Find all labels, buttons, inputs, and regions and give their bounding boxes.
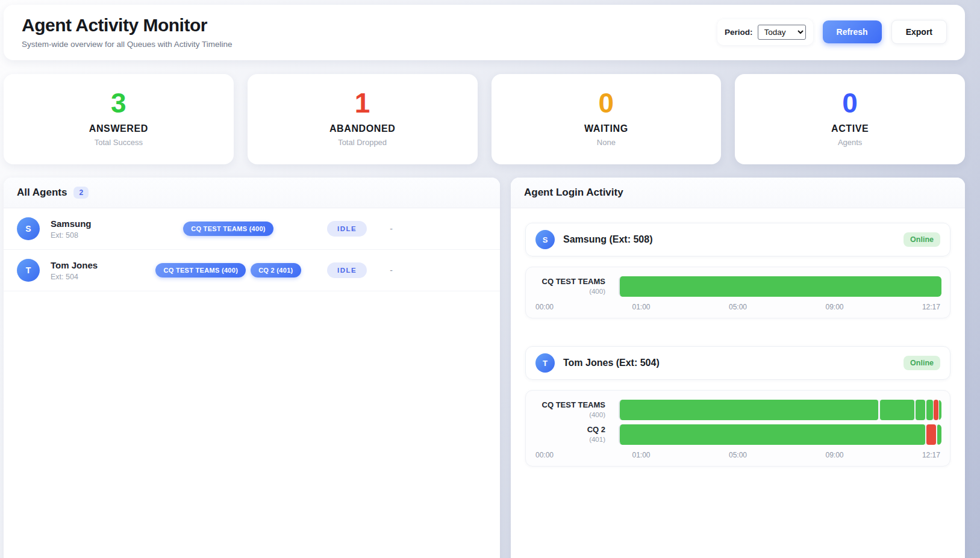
stat-sub: Agents [741, 138, 959, 147]
agent-name: Tom Jones [51, 260, 150, 270]
timeline-axis: 00:0001:0005:0009:0012:17 [534, 451, 941, 459]
stats-row: 3ANSWEREDTotal Success1ABANDONEDTotal Dr… [4, 74, 965, 164]
stat-sub: Total Dropped [254, 138, 472, 147]
axis-tick-label: 09:00 [825, 303, 843, 311]
agent-activity-section: SSamsung (Ext: 508)OnlineCQ TEST TEAMS(4… [525, 223, 950, 318]
timeline-queue-label: CQ TEST TEAMS(400) [534, 277, 613, 296]
activity-agent-card: SSamsung (Ext: 508)Online [525, 223, 950, 256]
all-agents-title: All Agents [17, 187, 67, 199]
stat-value: 1 [254, 89, 472, 117]
timeline-segment-red [926, 424, 936, 445]
timeline-segment-green [926, 400, 933, 420]
login-activity-header: Agent Login Activity [511, 178, 965, 208]
online-status-badge: Online [904, 232, 940, 247]
login-activity-title: Agent Login Activity [524, 187, 623, 199]
timeline-segment-green [620, 276, 941, 297]
agent-extra-dash: - [390, 224, 393, 234]
timeline-queue-label: CQ TEST TEAMS(400) [534, 400, 613, 420]
main-content: All Agents 2 SSamsungExt: 508CQ TEST TEA… [4, 178, 965, 558]
axis-tick-label: 12:17 [922, 303, 940, 311]
agent-row[interactable]: TTom JonesExt: 504CQ TEST TEAMS (400)CQ … [4, 250, 500, 291]
header-controls: Period: Today Refresh Export [717, 19, 947, 45]
activity-list: SSamsung (Ext: 508)OnlineCQ TEST TEAMS(4… [511, 208, 965, 481]
agent-name: Samsung [51, 219, 150, 229]
activity-agent-name: Tom Jones (Ext: 504) [563, 358, 660, 368]
stat-label: ABANDONED [254, 123, 472, 134]
activity-agent-card: TTom Jones (Ext: 504)Online [525, 346, 950, 380]
queue-badge: CQ 2 (401) [251, 263, 301, 277]
timeline-track [619, 400, 941, 420]
queue-number: (400) [534, 411, 605, 420]
axis-tick-label: 09:00 [825, 451, 843, 459]
axis-tick-label: 01:00 [632, 451, 650, 459]
timeline-row: CQ TEST TEAMS(400) [534, 276, 941, 297]
queue-number: (401) [534, 435, 605, 444]
agent-extension: Ext: 508 [51, 231, 150, 240]
header-titles: Agent Activity Monitor System-wide overv… [22, 15, 233, 49]
timeline-segment-green [620, 400, 878, 420]
stat-label: ACTIVE [741, 123, 959, 134]
timeline-axis: 00:0001:0005:0009:0012:17 [534, 303, 941, 311]
agent-identity: Tom JonesExt: 504 [51, 260, 150, 281]
agent-avatar: T [535, 353, 555, 373]
agent-avatar: S [17, 217, 40, 240]
timeline-segment-green [937, 424, 941, 445]
page-subtitle: System-wide overview for all Queues with… [22, 40, 233, 49]
timeline-segment-red [934, 400, 938, 420]
queue-badge: CQ TEST TEAMS (400) [155, 263, 246, 277]
stat-card: 0WAITINGNone [492, 74, 722, 164]
period-control: Period: Today [717, 19, 813, 45]
queue-name: CQ TEST TEAMS [534, 400, 605, 411]
stat-value: 3 [10, 89, 228, 117]
axis-tick-label: 12:17 [922, 451, 940, 459]
stat-card: 3ANSWEREDTotal Success [4, 74, 234, 164]
timeline-segment-green [880, 400, 914, 420]
stat-card: 0ACTIVEAgents [735, 74, 965, 164]
queue-badges: CQ TEST TEAMS (400) [150, 222, 307, 236]
period-label: Period: [725, 28, 753, 37]
timeline-segment-green [916, 400, 926, 420]
axis-tick-label: 00:00 [535, 451, 554, 459]
queue-number: (400) [534, 287, 605, 296]
stat-value: 0 [498, 89, 716, 117]
agent-extension: Ext: 504 [51, 273, 150, 281]
timeline-queue-label: CQ 2(401) [534, 425, 613, 444]
queue-name: CQ TEST TEAMS [534, 277, 605, 287]
stat-sub: None [498, 138, 716, 147]
timeline-segment-green [939, 400, 941, 420]
agents-list: SSamsungExt: 508CQ TEST TEAMS (400)IDLE-… [4, 208, 500, 291]
timeline-row: CQ TEST TEAMS(400) [534, 400, 941, 420]
page-title: Agent Activity Monitor [22, 15, 233, 36]
timeline-track [619, 276, 941, 297]
header-card: Agent Activity Monitor System-wide overv… [4, 5, 965, 60]
agent-activity-section: TTom Jones (Ext: 504)OnlineCQ TEST TEAMS… [525, 346, 950, 467]
activity-agent-name: Samsung (Ext: 508) [563, 234, 652, 245]
period-select[interactable]: Today [758, 25, 806, 40]
stat-card: 1ABANDONEDTotal Dropped [248, 74, 478, 164]
timeline-track [619, 424, 941, 445]
refresh-button[interactable]: Refresh [823, 20, 882, 43]
stat-label: ANSWERED [10, 123, 228, 134]
all-agents-panel: All Agents 2 SSamsungExt: 508CQ TEST TEA… [4, 178, 500, 558]
timeline-card: CQ TEST TEAMS(400)00:0001:0005:0009:0012… [525, 267, 950, 318]
axis-tick-label: 05:00 [729, 303, 747, 311]
agent-extra-dash: - [390, 265, 393, 275]
all-agents-header: All Agents 2 [4, 178, 500, 208]
agent-row[interactable]: SSamsungExt: 508CQ TEST TEAMS (400)IDLE- [4, 208, 500, 250]
agent-identity: SamsungExt: 508 [51, 219, 150, 240]
stat-sub: Total Success [10, 138, 228, 147]
axis-tick-label: 01:00 [632, 303, 650, 311]
agent-status-badge: IDLE [327, 262, 367, 278]
timeline-row: CQ 2(401) [534, 424, 941, 445]
queue-badges: CQ TEST TEAMS (400)CQ 2 (401) [150, 263, 307, 277]
agent-count-badge: 2 [73, 187, 89, 199]
login-activity-panel: Agent Login Activity SSamsung (Ext: 508)… [511, 178, 965, 558]
axis-tick-label: 05:00 [729, 451, 747, 459]
axis-tick-label: 00:00 [535, 303, 554, 311]
export-button[interactable]: Export [891, 20, 947, 44]
agent-avatar: T [17, 259, 40, 282]
timeline-segment-green [620, 424, 925, 445]
stat-label: WAITING [498, 123, 716, 134]
queue-badge: CQ TEST TEAMS (400) [183, 222, 273, 236]
queue-name: CQ 2 [534, 425, 605, 435]
